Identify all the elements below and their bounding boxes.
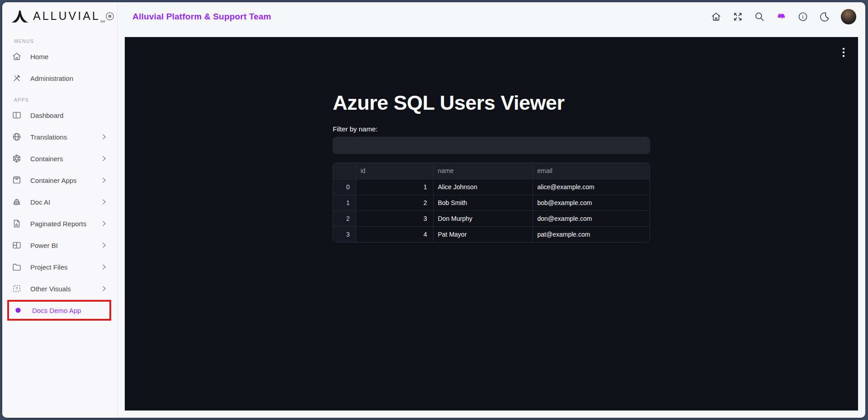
column-header-name: name: [433, 163, 533, 179]
chevron-right-icon: [100, 176, 108, 184]
sidebar: ALLUVIALSM MENUS Home Administra: [2, 2, 118, 418]
chevron-right-icon: [100, 154, 108, 163]
sidebar-item-translations[interactable]: Translations: [2, 126, 117, 148]
column-header-id: id: [356, 163, 433, 179]
brand-name: ALLUVIALSM: [33, 9, 105, 23]
cell-id: 2: [356, 195, 433, 210]
info-icon[interactable]: i: [797, 11, 808, 22]
sidebar-item-label: Containers: [30, 155, 63, 163]
expand-icon[interactable]: [732, 11, 743, 22]
globe-icon: [11, 131, 22, 142]
search-icon[interactable]: [754, 11, 765, 22]
filter-name-input[interactable]: [333, 137, 650, 154]
cell-name: Bob Smith: [433, 195, 533, 210]
cell-index: 2: [333, 210, 356, 226]
users-table[interactable]: id name email 0 1 Alice Johnson: [333, 163, 650, 243]
sidebar-toggle-icon[interactable]: [105, 11, 115, 21]
table-row: 0 1 Alice Johnson alice@example.com: [333, 179, 650, 195]
chevron-right-icon: [100, 285, 108, 293]
dark-mode-moon-icon[interactable]: [819, 11, 830, 22]
topbar: Alluvial Platform & Support Team i: [118, 2, 865, 31]
sidebar-logo-row: ALLUVIALSM: [2, 2, 117, 30]
column-header-index: [333, 163, 356, 179]
robot-icon: [11, 196, 22, 207]
question-box-icon: ?: [11, 283, 22, 294]
cell-email: bob@example.com: [533, 195, 650, 210]
notifications-bells-icon[interactable]: [776, 11, 787, 22]
sidebar-item-label: Project Files: [30, 263, 68, 271]
sidebar-item-project-files[interactable]: Project Files: [2, 256, 117, 278]
app-stage: Azure SQL Users Viewer Filter by name: i…: [333, 37, 650, 243]
sidebar-item-label: Translations: [30, 133, 67, 141]
package-icon: [11, 175, 22, 186]
filter-label: Filter by name:: [333, 125, 650, 133]
sidebar-item-other-visuals[interactable]: ? Other Visuals: [2, 278, 117, 299]
home-icon: [11, 51, 22, 62]
app-menu-kebab-icon[interactable]: [842, 47, 845, 58]
svg-text:i: i: [802, 14, 804, 20]
folder-icon: [11, 261, 22, 272]
sidebar-item-label: Administration: [30, 75, 73, 82]
brand-trademark: SM: [100, 20, 105, 23]
topbar-icons: i: [711, 9, 856, 24]
chevron-right-icon: [100, 198, 108, 206]
cell-index: 3: [333, 226, 356, 242]
embedded-app-panel: Azure SQL Users Viewer Filter by name: i…: [125, 37, 858, 411]
chevron-right-icon: [100, 263, 108, 271]
chevron-right-icon: [100, 133, 108, 141]
hexagon-icon: [11, 153, 22, 164]
table-row: 2 3 Don Murphy don@example.com: [333, 210, 650, 226]
chevron-right-icon: [100, 241, 108, 249]
tools-icon: [11, 73, 22, 84]
sidebar-item-label: Doc AI: [30, 198, 50, 206]
cell-email: don@example.com: [533, 210, 650, 226]
sidebar-item-label: Container Apps: [30, 177, 77, 184]
table-row: 3 4 Pat Mayor pat@example.com: [333, 226, 650, 242]
section-label-menus: MENUS: [2, 30, 117, 46]
purple-dot-icon: [15, 305, 21, 316]
section-label-apps: APPS: [2, 89, 117, 104]
app-title: Azure SQL Users Viewer: [333, 93, 650, 113]
sidebar-item-label: Home: [30, 53, 48, 61]
home-icon[interactable]: [711, 11, 722, 22]
sidebar-item-container-apps[interactable]: Container Apps: [2, 169, 117, 191]
cell-id: 4: [356, 226, 433, 242]
sidebar-item-home[interactable]: Home: [2, 46, 117, 67]
page-title: Alluvial Platform & Support Team: [132, 12, 271, 22]
content-area: Azure SQL Users Viewer Filter by name: i…: [118, 31, 865, 418]
main-area: Alluvial Platform & Support Team i: [118, 2, 865, 418]
cell-id: 1: [356, 179, 433, 195]
alluvial-logo-icon: [10, 9, 29, 24]
cell-index: 1: [333, 195, 356, 210]
sidebar-item-label: Power BI: [30, 242, 58, 249]
sidebar-item-label: Dashboard: [30, 112, 63, 119]
sidebar-item-docs-demo-app[interactable]: Docs Demo App: [7, 300, 111, 321]
dashboard-icon: [11, 110, 22, 121]
table-row: 1 2 Bob Smith bob@example.com: [333, 195, 650, 210]
sidebar-item-label: Paginated Reports: [30, 220, 86, 228]
sidebar-item-power-bi[interactable]: Power BI: [2, 234, 117, 256]
panes-icon: [11, 240, 22, 251]
sidebar-item-label: Other Visuals: [30, 285, 71, 293]
cell-id: 3: [356, 210, 433, 226]
svg-text:?: ?: [15, 286, 18, 291]
sidebar-item-dashboard[interactable]: Dashboard: [2, 104, 117, 126]
sidebar-item-paginated-reports[interactable]: Paginated Reports: [2, 213, 117, 234]
sidebar-item-administration[interactable]: Administration: [2, 67, 117, 89]
sidebar-item-label: Docs Demo App: [32, 307, 81, 314]
sidebar-item-doc-ai[interactable]: Doc AI: [2, 191, 117, 213]
table-header-row: id name email: [333, 163, 650, 179]
sidebar-nav: MENUS Home Administration APPS Dashboard: [2, 30, 117, 321]
cell-name: Don Murphy: [433, 210, 533, 226]
sidebar-item-containers[interactable]: Containers: [2, 148, 117, 169]
column-header-email: email: [533, 163, 650, 179]
cell-index: 0: [333, 179, 356, 195]
cell-email: pat@example.com: [533, 226, 650, 242]
chevron-right-icon: [100, 219, 108, 228]
cell-name: Pat Mayor: [433, 226, 533, 242]
report-icon: [11, 218, 22, 229]
cell-name: Alice Johnson: [433, 179, 533, 195]
avatar[interactable]: [841, 9, 856, 24]
cell-email: alice@example.com: [533, 179, 650, 195]
app-window: ALLUVIALSM MENUS Home Administra: [2, 2, 865, 418]
